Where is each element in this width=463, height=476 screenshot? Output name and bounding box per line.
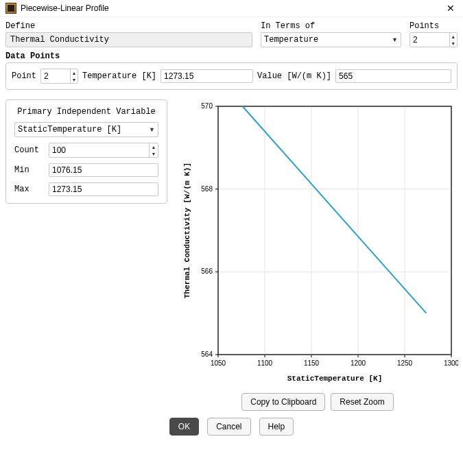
interms-select-value: Temperature: [264, 35, 318, 45]
data-points-section-label: Data Points: [5, 51, 458, 61]
copy-clipboard-button[interactable]: Copy to Clipboard: [241, 393, 325, 411]
max-label: Max: [14, 185, 43, 194]
points-value[interactable]: [410, 33, 449, 47]
count-label: Count: [14, 145, 43, 155]
svg-text:1100: 1100: [257, 359, 273, 367]
spinner-up-icon[interactable]: ▲: [450, 33, 458, 40]
cancel-button[interactable]: Cancel: [207, 418, 250, 436]
primary-var-select[interactable]: StaticTemperature [K] ▼: [14, 122, 158, 137]
svg-text:1150: 1150: [304, 359, 320, 367]
svg-rect-0: [218, 106, 451, 355]
point-x-input[interactable]: [161, 69, 253, 83]
spinner-down-icon[interactable]: ▼: [71, 76, 78, 83]
chevron-down-icon: ▼: [149, 126, 155, 133]
point-index-value[interactable]: [41, 69, 70, 83]
define-value: Thermal Conductivity: [5, 32, 252, 47]
svg-text:570: 570: [201, 102, 213, 110]
svg-text:1050: 1050: [211, 359, 226, 367]
min-label: Min: [14, 165, 43, 175]
svg-text:1300: 1300: [444, 359, 458, 367]
svg-text:1250: 1250: [397, 359, 413, 367]
count-value[interactable]: [49, 143, 149, 157]
primary-var-panel: Primary Independent Variable StaticTempe…: [5, 99, 167, 204]
window-title: Piecewise-Linear Profile: [21, 3, 444, 13]
reset-zoom-button[interactable]: Reset Zoom: [331, 393, 393, 411]
points-label: Points: [409, 21, 458, 31]
count-spinner[interactable]: ▲ ▼: [49, 143, 158, 158]
interms-select[interactable]: Temperature ▼: [261, 32, 401, 47]
spinner-down-icon[interactable]: ▼: [450, 40, 458, 47]
chevron-down-icon: ▼: [392, 36, 398, 43]
primary-var-title: Primary Independent Variable: [14, 107, 158, 117]
spinner-up-icon[interactable]: ▲: [150, 143, 158, 150]
chart-plot: 105011001150120012501300564566568570Stat…: [177, 99, 458, 388]
point-y-input[interactable]: [335, 69, 451, 83]
svg-text:564: 564: [201, 350, 213, 358]
interms-label: In Terms of: [261, 21, 401, 31]
primary-var-value: StaticTemperature [K]: [18, 125, 121, 134]
points-spinner[interactable]: ▲ ▼: [409, 32, 458, 47]
svg-text:568: 568: [201, 185, 213, 193]
point-label: Point: [12, 71, 36, 81]
ok-button[interactable]: OK: [169, 418, 199, 436]
svg-text:Thermal Conductivity [W/(m K)]: Thermal Conductivity [W/(m K)]: [183, 163, 191, 298]
define-label: Define: [5, 21, 252, 31]
svg-text:StaticTemperature [K]: StaticTemperature [K]: [287, 374, 383, 383]
max-input[interactable]: [49, 182, 158, 196]
spinner-down-icon[interactable]: ▼: [150, 150, 158, 157]
data-points-panel: Point ▲ ▼ Temperature [K] Value [W/(m K)…: [5, 62, 458, 90]
svg-text:1200: 1200: [351, 359, 366, 367]
svg-text:566: 566: [201, 267, 213, 275]
min-input[interactable]: [49, 163, 158, 177]
app-icon: [5, 3, 16, 14]
spinner-up-icon[interactable]: ▲: [71, 69, 78, 76]
point-y-label: Value [W/(m K)]: [257, 71, 331, 81]
chart-panel: 105011001150120012501300564566568570Stat…: [177, 99, 458, 411]
point-x-label: Temperature [K]: [82, 71, 156, 81]
close-icon[interactable]: ✕: [444, 3, 458, 14]
help-button[interactable]: Help: [259, 418, 294, 436]
point-spinner[interactable]: ▲ ▼: [40, 69, 78, 84]
